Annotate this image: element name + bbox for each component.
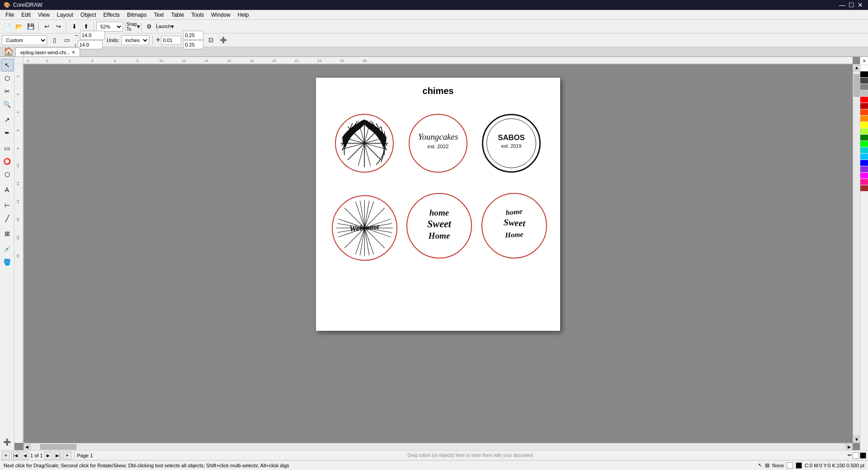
h-scroll-right[interactable]: ▶ <box>845 443 853 451</box>
add-page-button-bottom[interactable]: + <box>2 451 10 460</box>
menu-table[interactable]: Table <box>167 11 188 19</box>
select-tool[interactable]: ↖ <box>1 59 14 71</box>
nudge-v-input[interactable] <box>183 40 203 49</box>
blend-tool[interactable]: ⊞ <box>1 227 14 240</box>
fill-swatch[interactable] <box>853 452 859 459</box>
color-black[interactable] <box>860 71 868 78</box>
color-orange-red[interactable] <box>860 109 868 116</box>
color-white[interactable] <box>860 65 868 71</box>
design-home-sweet-home[interactable]: home Sweet Home <box>406 193 472 258</box>
eyedropper-tool[interactable]: 💉 <box>1 243 14 255</box>
menu-effects[interactable]: Effects <box>100 11 123 19</box>
menu-help[interactable]: Help <box>234 11 253 19</box>
design-sabos[interactable]: SABOS est. 2019 <box>482 114 541 173</box>
page-border-button[interactable]: ⊡ <box>205 35 216 46</box>
page-orientation-portrait[interactable]: ▯ <box>49 35 60 46</box>
fill-tool[interactable]: 🪣 <box>1 256 14 268</box>
page-nav-last[interactable]: ▶| <box>54 451 62 460</box>
scroll-down-button[interactable]: ▼ <box>853 436 860 443</box>
design-welcome[interactable]: Welcome <box>332 195 397 261</box>
maximize-button[interactable]: ☐ <box>847 1 855 9</box>
dimension-tool[interactable]: ⊢ <box>1 199 14 212</box>
menu-text[interactable]: Text <box>150 11 167 19</box>
connector-tool[interactable]: ╱ <box>1 212 14 225</box>
color-dark-cyan[interactable] <box>860 147 868 154</box>
title-controls[interactable]: — ☐ ✕ <box>838 1 864 9</box>
color-dark-red[interactable] <box>860 103 868 109</box>
menu-tools[interactable]: Tools <box>188 11 208 19</box>
color-lightgray[interactable] <box>860 90 868 97</box>
menu-layout[interactable]: Layout <box>53 11 77 19</box>
color-green[interactable] <box>860 135 868 141</box>
color-magenta[interactable] <box>860 173 868 179</box>
open-button[interactable]: 📂 <box>14 21 24 32</box>
design-starburst[interactable] <box>335 114 394 173</box>
color-purple[interactable] <box>860 166 868 173</box>
add-tool[interactable]: ➕ <box>1 436 14 448</box>
color-orange[interactable] <box>860 116 868 122</box>
document-tab[interactable]: epilog-laser-wind-chi... × <box>15 47 80 56</box>
design-youngcakes[interactable]: Youngcakes est. 2022 <box>409 114 467 173</box>
right-scrollbar[interactable]: ▲ ▼ <box>853 64 860 443</box>
zoom-dropdown[interactable]: 52% 100% 50% 25% <box>96 22 123 32</box>
launch-button[interactable]: Launch▾ <box>160 21 170 32</box>
shape-tool[interactable]: ⬡ <box>1 72 14 85</box>
canvas-area[interactable]: -2 0 2 4 6 8 10 12 14 16 18 20 22 24 26 … <box>14 57 860 450</box>
artistic-media-tool[interactable]: ✒ <box>1 127 14 139</box>
color-darkgray[interactable] <box>860 78 868 84</box>
tab-close-button[interactable]: × <box>72 49 75 56</box>
undo-button[interactable]: ↩ <box>41 21 52 32</box>
stroke-swatch[interactable] <box>860 452 866 459</box>
nudge-h-input[interactable] <box>183 31 203 40</box>
design-home-sweet-home-2[interactable]: home Sweet Home <box>481 193 547 258</box>
color-red[interactable] <box>860 97 868 103</box>
menu-object[interactable]: Object <box>77 11 100 19</box>
color-yellow[interactable] <box>860 122 868 128</box>
snap-to-button[interactable]: Snap To▾ <box>128 21 139 32</box>
color-brown[interactable] <box>860 185 868 192</box>
polygon-tool[interactable]: ⬡ <box>1 168 14 181</box>
minimize-button[interactable]: — <box>838 1 846 9</box>
color-gray[interactable] <box>860 84 868 90</box>
import-button[interactable]: ⬇ <box>69 21 80 32</box>
page-orientation-landscape[interactable]: ▭ <box>61 35 72 46</box>
color-green-yellow[interactable] <box>860 128 868 135</box>
no-color-swatch[interactable]: ✕ <box>860 57 868 65</box>
menu-view[interactable]: View <box>34 11 53 19</box>
menu-file[interactable]: File <box>2 11 18 19</box>
redo-button[interactable]: ↪ <box>53 21 64 32</box>
export-button[interactable]: ⬆ <box>80 21 91 32</box>
color-deep-pink[interactable] <box>860 179 868 185</box>
nudge-input[interactable] <box>161 36 181 45</box>
home-tab[interactable]: 🏠 <box>4 47 14 56</box>
bottom-scrollbar[interactable]: ◀ ▶ <box>24 443 853 450</box>
page-nav-first[interactable]: |◀ <box>11 451 19 460</box>
menu-bitmaps[interactable]: Bitmaps <box>123 11 150 19</box>
save-button[interactable]: 💾 <box>25 21 36 32</box>
scroll-up-button[interactable]: ▲ <box>853 64 860 71</box>
menu-window[interactable]: Window <box>208 11 234 19</box>
add-page-end-button[interactable]: + <box>63 451 71 460</box>
color-lime[interactable] <box>860 141 868 147</box>
new-button[interactable]: 📄 <box>2 21 13 32</box>
rectangle-tool[interactable]: ▭ <box>1 142 14 155</box>
page-nav-prev[interactable]: ◀ <box>21 451 29 460</box>
color-blue[interactable] <box>860 160 868 166</box>
page-height-input[interactable] <box>78 40 103 49</box>
h-scroll-left[interactable]: ◀ <box>24 443 31 451</box>
units-dropdown[interactable]: inches mm cm px <box>121 35 149 45</box>
h-scroll-thumb[interactable] <box>40 444 76 450</box>
page-nav-next[interactable]: ▶ <box>44 451 52 460</box>
options-button[interactable]: ⚙ <box>144 21 155 32</box>
crop-tool[interactable]: ✂ <box>1 85 14 98</box>
zoom-tool[interactable]: 🔍 <box>1 98 14 111</box>
menu-edit[interactable]: Edit <box>18 11 34 19</box>
freehand-tool[interactable]: ↗ <box>1 113 14 126</box>
add-page-button[interactable]: ➕ <box>218 35 229 46</box>
page-width-input[interactable] <box>80 31 105 40</box>
text-tool[interactable]: A <box>1 183 14 196</box>
close-button[interactable]: ✕ <box>856 1 864 9</box>
ellipse-tool[interactable]: ⭕ <box>1 155 14 168</box>
scroll-thumb[interactable] <box>854 74 860 97</box>
preset-dropdown[interactable]: Custom <box>2 35 47 45</box>
